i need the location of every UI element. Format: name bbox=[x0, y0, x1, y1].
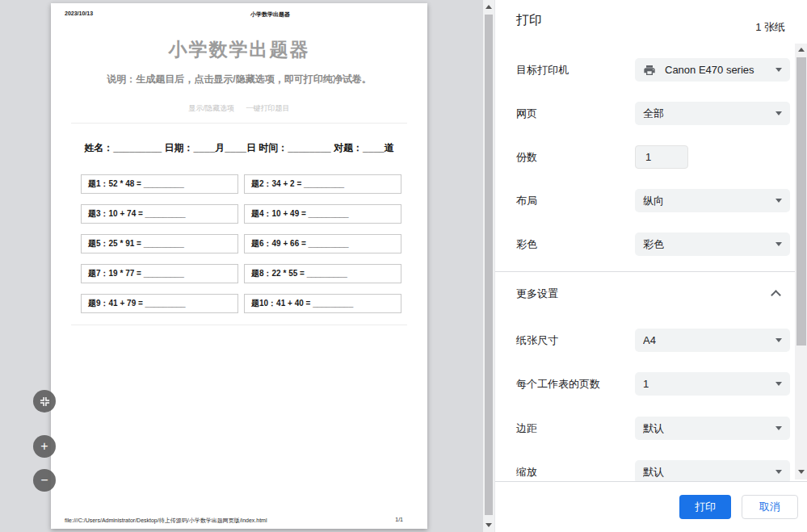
problem-box: 题2：34 + 2 = _________ bbox=[244, 174, 401, 194]
chevron-up-icon bbox=[771, 290, 781, 300]
chevron-down-icon bbox=[775, 426, 782, 430]
divider bbox=[71, 325, 407, 325]
chevron-down-icon bbox=[775, 470, 782, 474]
page-footer: file:///C:/Users/Administrator/Desktop/待… bbox=[65, 517, 403, 525]
sheet-count: 1 张纸 bbox=[755, 20, 785, 35]
page-header-date: 2023/10/13 bbox=[65, 10, 93, 16]
color-select[interactable]: 彩色 bbox=[635, 232, 790, 256]
problem-box: 题8：22 * 55 = _________ bbox=[244, 264, 401, 283]
setting-row-destination: 目标打印机 Canon E470 series bbox=[495, 58, 807, 82]
layout-select[interactable]: 纵向 bbox=[635, 189, 790, 212]
scale-select[interactable]: 默认 bbox=[635, 460, 790, 484]
cancel-button[interactable]: 取消 bbox=[742, 495, 798, 519]
fit-to-page-icon bbox=[40, 396, 50, 407]
setting-row-color: 彩色 彩色 bbox=[495, 232, 807, 256]
problem-box: 题1：52 * 48 = _________ bbox=[81, 174, 238, 194]
chevron-down-icon bbox=[775, 382, 782, 386]
problem-box: 题3：10 + 74 = _________ bbox=[81, 204, 238, 224]
scroll-up-icon[interactable] bbox=[485, 5, 492, 9]
scale-value: 默认 bbox=[643, 465, 664, 480]
settings-scrollbar-thumb[interactable] bbox=[796, 57, 806, 346]
setting-row-paper-size: 纸张尺寸 A4 bbox=[495, 329, 807, 352]
page-footer-number: 1/1 bbox=[395, 517, 403, 525]
scale-label: 缩放 bbox=[516, 460, 537, 484]
setting-row-pages: 网页 全部 bbox=[495, 102, 807, 125]
zoom-in-button[interactable]: + bbox=[33, 435, 56, 458]
divider bbox=[71, 123, 407, 124]
problems-grid: 题1：52 * 48 = _________ 题2：34 + 2 = _____… bbox=[81, 174, 401, 313]
color-value: 彩色 bbox=[643, 237, 664, 252]
problem-box: 题10：41 + 40 = _________ bbox=[244, 294, 401, 313]
scroll-down-icon[interactable] bbox=[798, 470, 805, 474]
color-label: 彩色 bbox=[516, 232, 537, 256]
scroll-up-icon[interactable] bbox=[798, 48, 805, 52]
setting-row-scale: 缩放 默认 bbox=[495, 460, 807, 484]
pages-per-sheet-label: 每个工作表的页数 bbox=[516, 372, 600, 396]
panel-title: 打印 bbox=[516, 12, 542, 29]
more-settings-label: 更多设置 bbox=[516, 284, 558, 304]
problem-box: 题5：25 * 91 = _________ bbox=[81, 234, 238, 253]
destination-select[interactable]: Canon E470 series bbox=[635, 58, 790, 82]
setting-row-layout: 布局 纵向 bbox=[495, 189, 807, 212]
fit-to-page-button[interactable] bbox=[33, 390, 56, 413]
layout-value: 纵向 bbox=[643, 194, 664, 208]
document-title: 小学数学出题器 bbox=[51, 37, 427, 62]
settings-scrollbar[interactable] bbox=[795, 44, 807, 480]
preview-page: 2023/10/13 小学数学出题器 小学数学出题器 说明：生成题目后，点击显示… bbox=[51, 3, 427, 529]
pages-per-sheet-value: 1 bbox=[643, 378, 649, 390]
problem-box: 题6：49 + 66 = _________ bbox=[244, 234, 401, 253]
pages-per-sheet-select[interactable]: 1 bbox=[635, 372, 790, 396]
toggle-options-link: 显示/隐藏选项 bbox=[188, 104, 234, 112]
paper-size-value: A4 bbox=[643, 334, 656, 346]
pages-label: 网页 bbox=[516, 102, 537, 125]
margins-label: 边距 bbox=[516, 417, 537, 440]
setting-row-margins: 边距 默认 bbox=[495, 417, 807, 440]
page-footer-url: file:///C:/Users/Administrator/Desktop/待… bbox=[65, 517, 267, 525]
paper-size-select[interactable]: A4 bbox=[635, 329, 790, 352]
page-header-title: 小学数学出题器 bbox=[250, 10, 290, 19]
problem-box: 题9：41 + 79 = _________ bbox=[81, 294, 238, 313]
margins-select[interactable]: 默认 bbox=[635, 417, 790, 440]
destination-value: Canon E470 series bbox=[665, 64, 754, 76]
setting-row-pages-per-sheet: 每个工作表的页数 1 bbox=[495, 372, 807, 396]
chevron-down-icon bbox=[775, 242, 782, 246]
margins-value: 默认 bbox=[643, 421, 664, 436]
print-dialog: 2023/10/13 小学数学出题器 小学数学出题器 说明：生成题目后，点击显示… bbox=[0, 0, 807, 532]
zoom-out-button[interactable]: − bbox=[33, 469, 56, 492]
printer-icon bbox=[643, 64, 656, 77]
paper-size-label: 纸张尺寸 bbox=[516, 329, 558, 352]
print-preview-area: 2023/10/13 小学数学出题器 小学数学出题器 说明：生成题目后，点击显示… bbox=[0, 0, 494, 532]
print-questions-link: 一键打印题目 bbox=[246, 104, 290, 112]
dialog-footer: 打印 取消 bbox=[495, 481, 807, 532]
destination-label: 目标打印机 bbox=[516, 58, 569, 82]
scroll-down-icon[interactable] bbox=[485, 523, 492, 527]
section-divider bbox=[495, 271, 807, 272]
preview-scrollbar[interactable] bbox=[483, 0, 494, 532]
problem-box: 题4：10 + 49 = _________ bbox=[244, 204, 401, 224]
copies-input[interactable]: 1 bbox=[635, 145, 688, 169]
problem-box: 题7：19 * 77 = _________ bbox=[81, 264, 238, 283]
preview-scrollbar-thumb[interactable] bbox=[485, 15, 493, 515]
print-settings-panel: 打印 1 张纸 目标打印机 Canon E470 series 网页 全部 bbox=[494, 0, 807, 532]
layout-label: 布局 bbox=[516, 189, 537, 212]
pages-value: 全部 bbox=[643, 107, 664, 121]
pages-select[interactable]: 全部 bbox=[635, 102, 790, 125]
document-links: 显示/隐藏选项 一键打印题目 bbox=[51, 103, 427, 114]
student-info-line: 姓名：_________ 日期：____月____日 时间：________ 对… bbox=[51, 141, 427, 155]
setting-row-copies: 份数 1 bbox=[495, 145, 807, 169]
chevron-down-icon bbox=[775, 338, 782, 342]
more-settings-toggle[interactable]: 更多设置 bbox=[495, 284, 807, 304]
chevron-down-icon bbox=[775, 68, 782, 72]
print-button[interactable]: 打印 bbox=[679, 495, 731, 519]
chevron-down-icon bbox=[775, 111, 782, 115]
copies-label: 份数 bbox=[516, 145, 537, 169]
chevron-down-icon bbox=[775, 199, 782, 203]
document-instruction: 说明：生成题目后，点击显示/隐藏选项，即可打印纯净试卷。 bbox=[51, 73, 427, 86]
